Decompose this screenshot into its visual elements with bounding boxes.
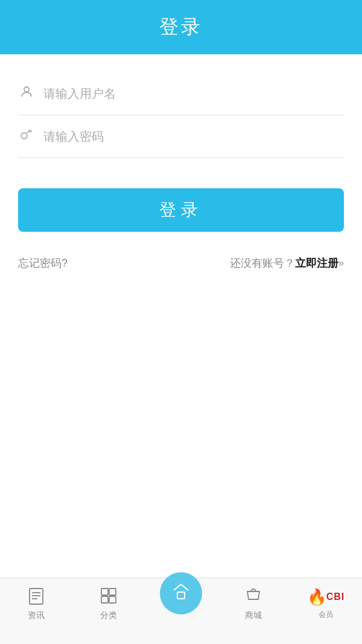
- category-icon: [100, 587, 118, 608]
- login-button-wrapper: 登录: [0, 158, 362, 232]
- svg-rect-2: [30, 588, 43, 604]
- svg-point-1: [21, 133, 27, 139]
- svg-point-0: [24, 87, 29, 92]
- cbi-icon-wrapper: 🔥 CBI: [307, 587, 345, 607]
- fire-icon: 🔥: [307, 588, 326, 607]
- tab-cbi-label: 会员: [319, 610, 333, 620]
- svg-rect-9: [109, 596, 116, 603]
- news-icon: [27, 587, 45, 608]
- tab-news[interactable]: 资讯: [0, 584, 72, 621]
- username-row: [18, 72, 344, 115]
- home-circle-button[interactable]: [160, 572, 202, 614]
- page-title: 登录: [159, 14, 203, 40]
- svg-rect-7: [109, 588, 116, 595]
- tab-cbi[interactable]: 🔥 CBI 会员: [290, 584, 362, 620]
- username-input[interactable]: [43, 87, 344, 101]
- form-area: [0, 54, 362, 158]
- register-link[interactable]: 立即注册: [295, 256, 338, 270]
- shop-icon: [244, 587, 262, 608]
- tab-shop[interactable]: 商城: [217, 584, 290, 621]
- tab-category-label: 分类: [100, 610, 117, 621]
- tab-shop-label: 商城: [245, 610, 262, 621]
- user-icon: [18, 84, 35, 103]
- register-row: 还没有账号？ 立即注册 »: [230, 256, 344, 270]
- links-row: 忘记密码? 还没有账号？ 立即注册 »: [0, 232, 362, 270]
- tab-news-label: 资讯: [28, 610, 45, 621]
- svg-rect-6: [101, 588, 108, 595]
- forgot-password-link[interactable]: 忘记密码?: [18, 256, 68, 270]
- tab-bar: 资讯 分类: [0, 578, 362, 644]
- svg-rect-8: [101, 596, 108, 603]
- login-button[interactable]: 登录: [18, 188, 344, 232]
- password-input[interactable]: [43, 130, 344, 144]
- key-icon: [18, 127, 35, 145]
- no-account-text: 还没有账号？: [230, 256, 295, 270]
- chevron-right-icon: »: [338, 258, 344, 269]
- svg-rect-10: [177, 592, 185, 599]
- cbi-text: CBI: [326, 591, 345, 602]
- home-icon: [171, 582, 191, 605]
- tab-category[interactable]: 分类: [72, 584, 145, 621]
- tab-home[interactable]: [145, 584, 217, 626]
- header: 登录: [0, 0, 362, 54]
- password-row: [18, 115, 344, 158]
